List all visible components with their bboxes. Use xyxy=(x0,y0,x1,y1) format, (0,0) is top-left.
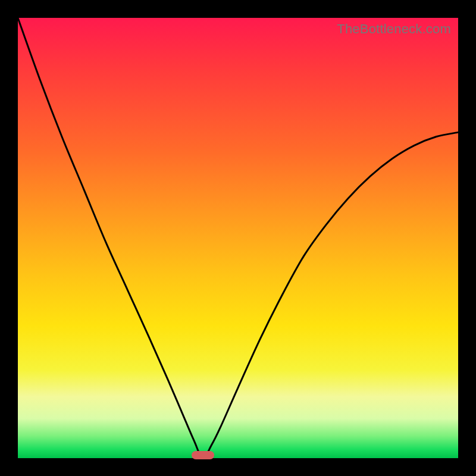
bottleneck-curve xyxy=(18,18,458,458)
chart-frame: TheBottleneck.com xyxy=(0,0,476,476)
plot-area: TheBottleneck.com xyxy=(18,18,458,458)
minimum-marker xyxy=(192,451,214,459)
